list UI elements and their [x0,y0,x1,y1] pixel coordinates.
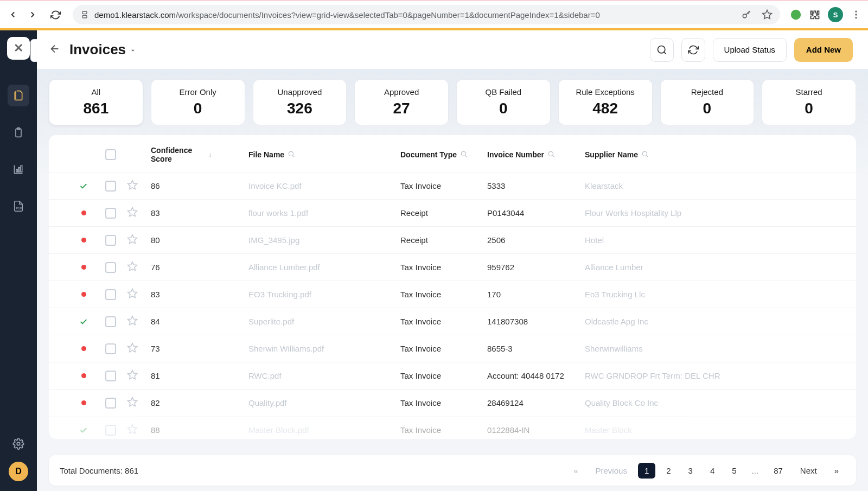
cell-confidence: 83 [151,290,248,299]
cell-file-name: Invoice KC.pdf [248,181,400,190]
row-checkbox[interactable] [105,208,116,219]
cell-invoice-number: 141807308 [487,317,585,326]
stat-card-rejected[interactable]: Rejected 0 [660,79,755,125]
status-indicator [62,292,105,297]
search-icon[interactable] [547,150,555,160]
pager-first[interactable]: « [567,463,584,479]
table-row[interactable]: 81 RWC.pdf Tax Invoice Account: 40448 01… [49,362,856,389]
bookmark-star-icon[interactable] [762,9,773,20]
star-icon[interactable] [127,183,138,192]
svg-marker-25 [128,289,137,298]
sidebar-pdf[interactable]: PDF [8,195,29,217]
sidebar-documents[interactable] [8,85,29,106]
select-all-checkbox[interactable] [105,149,116,160]
svg-point-18 [461,151,465,156]
title-dropdown-caret[interactable] [129,41,137,58]
table-row[interactable]: 83 flour works 1.pdf Receipt P0143044 Fl… [49,199,856,226]
row-checkbox[interactable] [105,398,116,409]
column-document-type[interactable]: Document Type [400,150,457,159]
svg-rect-1 [82,15,87,18]
row-checkbox[interactable] [105,262,116,273]
pager-last[interactable]: » [828,463,845,479]
search-icon[interactable] [288,150,295,160]
stat-card-starred[interactable]: Starred 0 [762,79,856,125]
kebab-menu-icon[interactable] [851,9,861,20]
row-checkbox[interactable] [105,371,116,381]
settings-icon[interactable] [12,438,24,452]
pager-page-87[interactable]: 87 [767,463,789,479]
pager-page-5[interactable]: 5 [725,463,743,479]
sort-desc-icon[interactable]: ↓ [208,151,212,158]
cell-confidence: 73 [151,344,248,353]
pager-next[interactable]: Next [794,463,824,479]
column-supplier-name[interactable]: Supplier Name [585,150,638,159]
browser-back[interactable] [7,8,20,21]
page-title: Invoices [69,41,126,58]
search-icon[interactable] [460,150,468,160]
star-icon[interactable] [127,400,138,409]
svg-point-7 [855,17,857,18]
star-icon[interactable] [127,264,138,273]
extension-icon[interactable] [790,9,802,21]
stat-card-rule-exceptions[interactable]: Rule Exceptions 482 [558,79,653,125]
row-checkbox[interactable] [105,181,116,192]
table-row[interactable]: 86 Invoice KC.pdf Tax Invoice 5333 Klear… [49,172,856,199]
table-row[interactable]: 82 Quality.pdf Tax Invoice 28469124 Qual… [49,389,856,416]
row-checkbox[interactable] [105,235,116,246]
row-checkbox[interactable] [105,425,116,436]
sidebar-clipboard[interactable] [8,122,29,143]
pager-page-4[interactable]: 4 [704,463,721,479]
star-icon[interactable] [127,210,138,219]
key-icon[interactable] [741,9,752,20]
user-avatar[interactable]: D [9,462,28,481]
row-checkbox[interactable] [105,316,116,327]
status-indicator [62,373,105,378]
pager-page-3[interactable]: 3 [682,463,699,479]
cell-supplier-name: Klearstack [585,181,843,190]
star-icon[interactable] [127,427,138,436]
star-icon[interactable] [127,237,138,246]
stat-card-approved[interactable]: Approved 27 [354,79,449,125]
svg-point-20 [642,151,647,156]
star-icon[interactable] [127,291,138,301]
stat-card-error-only[interactable]: Error Only 0 [151,79,245,125]
cell-file-name: IMG_3495.jpg [248,235,400,245]
sidebar-analytics[interactable] [8,158,29,180]
star-icon[interactable] [127,346,138,355]
table-row[interactable]: 73 Sherwin Williams.pdf Tax Invoice 8655… [49,335,856,362]
profile-avatar[interactable]: S [828,7,843,22]
column-file-name[interactable]: File Name [248,150,284,159]
row-checkbox[interactable] [105,289,116,300]
table-row[interactable]: 84 Superlite.pdf Tax Invoice 141807308 O… [49,308,856,335]
back-arrow[interactable] [49,43,61,57]
stat-card-all[interactable]: All 861 [49,79,143,125]
star-icon[interactable] [127,318,138,328]
cell-invoice-number: 2506 [487,235,585,245]
table-row[interactable]: 83 EO3 Trucking.pdf Tax Invoice 170 Eo3 … [49,280,856,308]
browser-reload[interactable] [49,8,62,21]
row-checkbox[interactable] [105,343,116,354]
upload-status-button[interactable]: Upload Status [713,38,787,62]
stat-card-qb-failed[interactable]: QB Failed 0 [456,79,551,125]
svg-marker-27 [128,343,137,352]
puzzle-icon[interactable] [809,9,820,20]
column-invoice-number[interactable]: Invoice Number [487,150,544,159]
table-row[interactable]: 80 IMG_3495.jpg Receipt 2506 Hotel [49,226,856,253]
url-bar[interactable]: demo1.klearstack.com/workspace/documents… [73,5,780,24]
star-icon[interactable] [127,373,138,382]
browser-forward[interactable] [26,8,39,21]
refresh-button[interactable] [681,38,705,62]
svg-point-19 [548,151,553,156]
search-button[interactable] [650,38,674,62]
column-confidence[interactable]: Confidence Score [151,146,205,163]
add-new-button[interactable]: Add New [794,38,853,62]
pager-previous[interactable]: Previous [589,463,634,479]
search-icon[interactable] [641,150,649,160]
table-row[interactable]: 88 Master Block.pdf Tax Invoice 0122884-… [49,416,856,439]
stat-card-unapproved[interactable]: Unapproved 326 [253,79,347,125]
cell-invoice-number: 0122884-IN [487,425,585,435]
cell-invoice-number: 959762 [487,263,585,272]
pager-page-1[interactable]: 1 [638,463,655,479]
table-row[interactable]: 76 Alliance Lumber.pdf Tax Invoice 95976… [49,253,856,280]
pager-page-2[interactable]: 2 [660,463,677,479]
